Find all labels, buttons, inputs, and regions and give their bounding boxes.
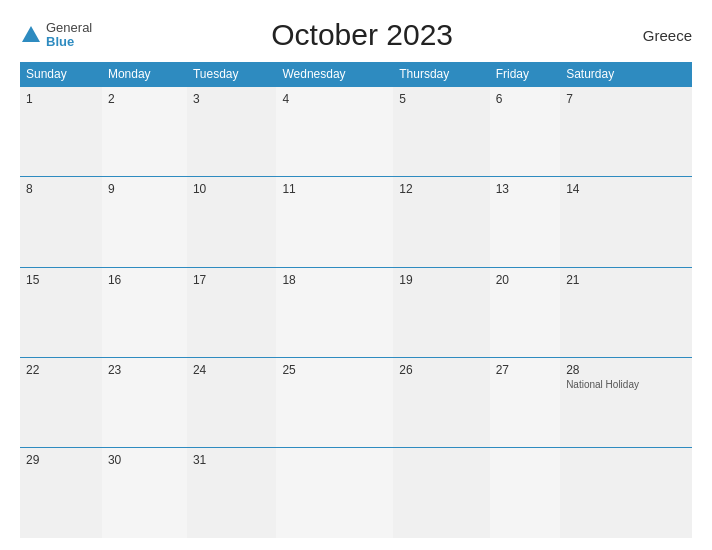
table-row: 24 bbox=[187, 357, 277, 447]
logo-icon bbox=[20, 24, 42, 46]
table-row: 1 bbox=[20, 87, 102, 177]
calendar-page: General Blue October 2023 Greece Sunday … bbox=[0, 0, 712, 550]
logo-text: General Blue bbox=[46, 21, 92, 50]
day-number: 3 bbox=[193, 92, 271, 106]
day-number: 17 bbox=[193, 273, 271, 287]
day-number: 7 bbox=[566, 92, 686, 106]
table-row: 15 bbox=[20, 267, 102, 357]
day-number: 10 bbox=[193, 182, 271, 196]
table-row: 18 bbox=[276, 267, 393, 357]
table-row: 2 bbox=[102, 87, 187, 177]
day-number: 19 bbox=[399, 273, 483, 287]
table-row: 12 bbox=[393, 177, 489, 267]
table-row: 17 bbox=[187, 267, 277, 357]
table-row: 26 bbox=[393, 357, 489, 447]
table-row: 9 bbox=[102, 177, 187, 267]
table-row bbox=[276, 448, 393, 538]
table-row: 6 bbox=[490, 87, 560, 177]
table-row: 21 bbox=[560, 267, 692, 357]
day-number: 29 bbox=[26, 453, 96, 467]
table-row: 5 bbox=[393, 87, 489, 177]
country-name: Greece bbox=[632, 27, 692, 44]
day-number: 6 bbox=[496, 92, 554, 106]
table-row: 25 bbox=[276, 357, 393, 447]
header-sunday: Sunday bbox=[20, 62, 102, 87]
table-row: 11 bbox=[276, 177, 393, 267]
day-number: 13 bbox=[496, 182, 554, 196]
day-number: 26 bbox=[399, 363, 483, 377]
table-row: 31 bbox=[187, 448, 277, 538]
calendar-week-row: 293031 bbox=[20, 448, 692, 538]
calendar-table: Sunday Monday Tuesday Wednesday Thursday… bbox=[20, 62, 692, 538]
day-number: 16 bbox=[108, 273, 181, 287]
day-number: 28 bbox=[566, 363, 686, 377]
table-row: 7 bbox=[560, 87, 692, 177]
day-number: 9 bbox=[108, 182, 181, 196]
day-number: 24 bbox=[193, 363, 271, 377]
calendar-week-row: 15161718192021 bbox=[20, 267, 692, 357]
header: General Blue October 2023 Greece bbox=[20, 18, 692, 52]
event-label: National Holiday bbox=[566, 379, 686, 390]
svg-marker-0 bbox=[22, 26, 40, 42]
header-saturday: Saturday bbox=[560, 62, 692, 87]
day-number: 11 bbox=[282, 182, 387, 196]
table-row: 3 bbox=[187, 87, 277, 177]
table-row: 19 bbox=[393, 267, 489, 357]
weekday-header-row: Sunday Monday Tuesday Wednesday Thursday… bbox=[20, 62, 692, 87]
day-number: 8 bbox=[26, 182, 96, 196]
day-number: 12 bbox=[399, 182, 483, 196]
header-wednesday: Wednesday bbox=[276, 62, 393, 87]
table-row: 30 bbox=[102, 448, 187, 538]
table-row: 23 bbox=[102, 357, 187, 447]
day-number: 22 bbox=[26, 363, 96, 377]
table-row: 4 bbox=[276, 87, 393, 177]
day-number: 4 bbox=[282, 92, 387, 106]
day-number: 20 bbox=[496, 273, 554, 287]
day-number: 21 bbox=[566, 273, 686, 287]
calendar-week-row: 22232425262728National Holiday bbox=[20, 357, 692, 447]
table-row bbox=[490, 448, 560, 538]
header-tuesday: Tuesday bbox=[187, 62, 277, 87]
day-number: 1 bbox=[26, 92, 96, 106]
day-number: 27 bbox=[496, 363, 554, 377]
day-number: 23 bbox=[108, 363, 181, 377]
table-row bbox=[393, 448, 489, 538]
day-number: 30 bbox=[108, 453, 181, 467]
day-number: 14 bbox=[566, 182, 686, 196]
logo-blue: Blue bbox=[46, 35, 92, 49]
table-row: 14 bbox=[560, 177, 692, 267]
header-friday: Friday bbox=[490, 62, 560, 87]
day-number: 18 bbox=[282, 273, 387, 287]
table-row: 20 bbox=[490, 267, 560, 357]
header-monday: Monday bbox=[102, 62, 187, 87]
table-row: 27 bbox=[490, 357, 560, 447]
calendar-title: October 2023 bbox=[92, 18, 632, 52]
calendar-week-row: 1234567 bbox=[20, 87, 692, 177]
table-row: 8 bbox=[20, 177, 102, 267]
day-number: 2 bbox=[108, 92, 181, 106]
table-row: 28National Holiday bbox=[560, 357, 692, 447]
logo-general: General bbox=[46, 21, 92, 35]
day-number: 5 bbox=[399, 92, 483, 106]
day-number: 25 bbox=[282, 363, 387, 377]
day-number: 15 bbox=[26, 273, 96, 287]
table-row: 13 bbox=[490, 177, 560, 267]
table-row bbox=[560, 448, 692, 538]
table-row: 29 bbox=[20, 448, 102, 538]
table-row: 10 bbox=[187, 177, 277, 267]
calendar-week-row: 891011121314 bbox=[20, 177, 692, 267]
table-row: 16 bbox=[102, 267, 187, 357]
day-number: 31 bbox=[193, 453, 271, 467]
header-thursday: Thursday bbox=[393, 62, 489, 87]
logo: General Blue bbox=[20, 21, 92, 50]
table-row: 22 bbox=[20, 357, 102, 447]
